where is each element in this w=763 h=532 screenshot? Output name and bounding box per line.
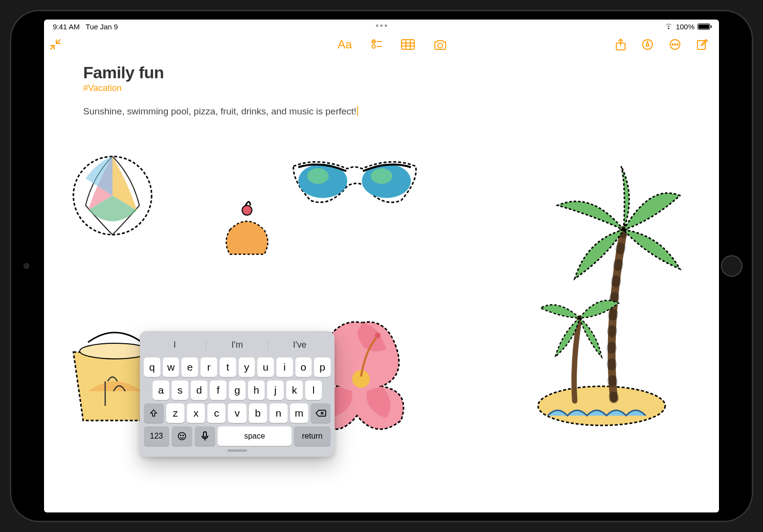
numbers-key[interactable]: 123 (144, 426, 169, 446)
suggestion-1[interactable]: I (144, 340, 206, 350)
note-body[interactable]: Family fun #Vacation Sunshine, swimming … (44, 57, 719, 117)
front-camera (23, 263, 29, 269)
key-m[interactable]: m (290, 403, 308, 423)
svg-point-18 (298, 164, 347, 198)
note-tag[interactable]: #Vacation (83, 83, 680, 93)
svg-rect-30 (203, 432, 206, 437)
text-cursor (357, 106, 358, 116)
keyboard-grab-handle[interactable] (227, 449, 247, 452)
key-r[interactable]: r (201, 357, 217, 377)
key-x[interactable]: x (187, 403, 205, 423)
suggestion-2[interactable]: I'm (206, 340, 269, 350)
ipad-frame: 9:41 AM Tue Jan 9 100% Aa (10, 10, 753, 522)
key-row-1: q w e r t y u i o p (144, 357, 331, 377)
key-s[interactable]: s (172, 380, 188, 400)
floating-keyboard[interactable]: I I'm I've q w e r t y u i o p a s (140, 331, 335, 457)
return-key[interactable]: return (294, 426, 331, 446)
key-w[interactable]: w (163, 357, 180, 377)
key-c[interactable]: c (207, 403, 225, 423)
svg-point-17 (73, 156, 152, 235)
key-v[interactable]: v (228, 403, 246, 423)
svg-point-26 (538, 386, 665, 425)
palm-island-sketch (514, 156, 690, 440)
key-i[interactable]: i (276, 357, 293, 377)
svg-point-24 (352, 370, 370, 388)
note-text[interactable]: Sunshine, swimming pool, pizza, fruit, d… (83, 106, 680, 117)
backspace-key[interactable] (311, 403, 331, 423)
screen: 9:41 AM Tue Jan 9 100% Aa (44, 20, 719, 512)
dictation-key[interactable] (195, 426, 215, 446)
svg-point-13 (672, 44, 673, 45)
svg-point-14 (674, 44, 675, 45)
shift-key[interactable] (144, 403, 164, 423)
wifi-icon (664, 22, 673, 31)
key-a[interactable]: a (153, 380, 169, 400)
home-button[interactable] (721, 255, 742, 277)
svg-point-9 (438, 43, 443, 48)
compose-icon[interactable] (696, 39, 708, 50)
key-row-4: 123 space return (144, 426, 331, 446)
suggestion-3[interactable]: I've (269, 340, 331, 350)
table-icon[interactable] (401, 39, 415, 50)
battery-percent: 100% (676, 22, 695, 31)
svg-point-27 (178, 433, 185, 440)
key-y[interactable]: y (239, 357, 255, 377)
key-l[interactable]: l (305, 380, 322, 400)
more-icon[interactable] (669, 39, 681, 50)
key-row-3: z x c v b n m (144, 403, 331, 423)
emoji-key[interactable] (172, 426, 192, 446)
sunglasses-sketch (284, 152, 426, 215)
key-e[interactable]: e (181, 357, 198, 377)
key-d[interactable]: d (191, 380, 207, 400)
multitask-dots[interactable] (376, 24, 387, 27)
battery-icon (697, 23, 710, 30)
key-o[interactable]: o (295, 357, 312, 377)
key-n[interactable]: n (269, 403, 288, 423)
camera-icon[interactable] (433, 39, 447, 50)
key-row-2: a s d f g h j k l (144, 380, 331, 400)
key-u[interactable]: u (257, 357, 274, 377)
svg-point-29 (183, 435, 184, 436)
key-f[interactable]: f (210, 380, 226, 400)
status-date: Tue Jan 9 (86, 22, 118, 31)
space-key[interactable]: space (218, 426, 291, 446)
svg-point-19 (362, 164, 411, 198)
key-t[interactable]: t (220, 357, 236, 377)
key-b[interactable]: b (249, 403, 267, 423)
svg-point-28 (180, 435, 181, 436)
key-k[interactable]: k (286, 380, 303, 400)
key-p[interactable]: p (314, 357, 331, 377)
svg-point-25 (375, 332, 381, 338)
svg-point-21 (371, 168, 392, 184)
svg-point-22 (242, 205, 252, 215)
svg-point-15 (677, 44, 678, 45)
text-format-button[interactable]: Aa (337, 38, 352, 51)
share-icon[interactable] (615, 38, 626, 51)
key-j[interactable]: j (267, 380, 284, 400)
key-h[interactable]: h (248, 380, 265, 400)
toolbar: Aa (44, 32, 719, 57)
beach-ball-sketch (64, 147, 161, 244)
status-time: 9:41 AM (53, 22, 80, 31)
key-g[interactable]: g (229, 380, 246, 400)
collapse-icon[interactable] (49, 38, 62, 51)
checklist-icon[interactable] (371, 39, 382, 50)
note-title[interactable]: Family fun (83, 63, 680, 82)
svg-rect-4 (402, 40, 414, 49)
markup-icon[interactable] (642, 39, 653, 50)
key-z[interactable]: z (166, 403, 184, 423)
cupcake-sketch (205, 196, 289, 284)
key-q[interactable]: q (144, 357, 160, 377)
suggestion-bar: I I'm I've (144, 336, 331, 354)
svg-point-2 (372, 45, 375, 48)
svg-point-20 (307, 168, 329, 184)
